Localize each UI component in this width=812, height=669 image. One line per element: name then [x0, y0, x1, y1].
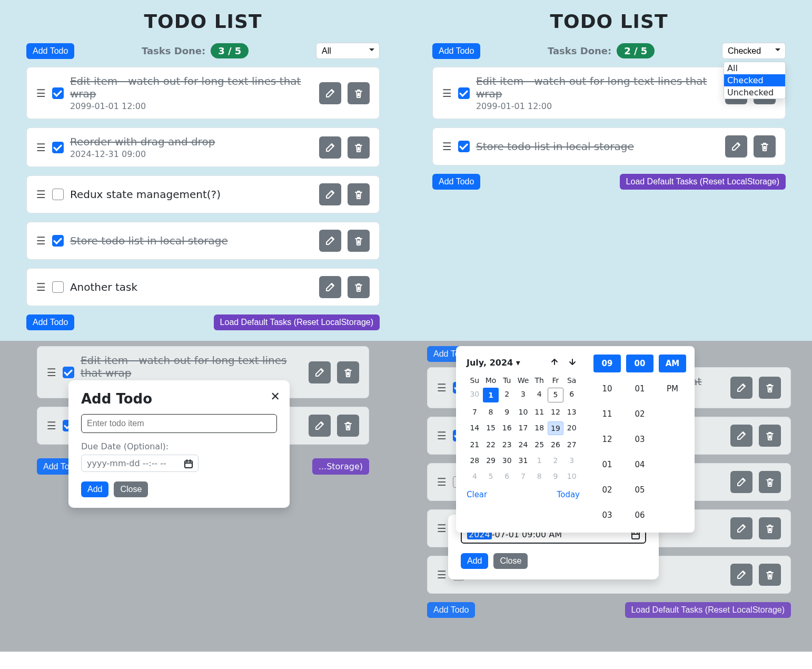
- edit-icon[interactable]: [725, 135, 747, 158]
- calendar-day[interactable]: 1: [531, 454, 548, 467]
- done-checkbox[interactable]: [63, 367, 74, 378]
- calendar-day[interactable]: 14: [467, 421, 483, 435]
- calendar-day[interactable]: 20: [563, 421, 580, 435]
- calendar-day[interactable]: 21: [467, 438, 483, 451]
- reset-button[interactable]: ...Storage): [312, 458, 369, 475]
- calendar-day[interactable]: 22: [483, 438, 499, 451]
- calendar-day[interactable]: 25: [531, 438, 548, 451]
- calendar-day[interactable]: 28: [467, 454, 483, 467]
- drag-handle-icon[interactable]: ☰: [437, 569, 447, 580]
- calendar-day[interactable]: 5: [548, 388, 564, 402]
- done-checkbox[interactable]: [52, 87, 64, 99]
- drag-handle-icon[interactable]: ☰: [437, 477, 447, 487]
- edit-icon[interactable]: [319, 136, 341, 159]
- delete-icon[interactable]: [759, 377, 781, 399]
- delete-icon[interactable]: [759, 425, 781, 447]
- hour-option[interactable]: 12: [593, 430, 621, 448]
- calendar-day[interactable]: 3: [515, 388, 531, 402]
- date-placeholder[interactable]: yyyy-mm-dd --:-- --: [87, 458, 183, 468]
- calendar-day[interactable]: 23: [499, 438, 515, 451]
- calendar-day[interactable]: 10: [563, 470, 580, 483]
- drag-handle-icon[interactable]: ☰: [442, 141, 452, 152]
- calendar-day[interactable]: 3: [563, 454, 580, 467]
- filter-option[interactable]: Checked: [724, 74, 785, 86]
- filter-option[interactable]: All: [724, 62, 785, 74]
- todo-text-input[interactable]: [81, 414, 277, 433]
- done-checkbox[interactable]: [52, 142, 64, 153]
- close-button[interactable]: Close: [114, 481, 148, 497]
- calendar-day[interactable]: 27: [563, 438, 580, 451]
- calendar-day[interactable]: 11: [531, 406, 548, 418]
- calendar-day[interactable]: 15: [483, 421, 499, 435]
- minute-option[interactable]: 01: [626, 380, 653, 398]
- calendar-day[interactable]: 29: [483, 454, 499, 467]
- hour-option[interactable]: 09: [593, 355, 621, 372]
- prev-month-icon[interactable]: [547, 355, 562, 371]
- calendar-day[interactable]: 2: [499, 388, 515, 402]
- close-icon[interactable]: ✕: [271, 390, 280, 403]
- delete-icon[interactable]: [348, 230, 370, 252]
- calendar-day[interactable]: 9: [548, 470, 564, 483]
- drag-handle-icon[interactable]: ☰: [442, 88, 452, 99]
- calendar-day[interactable]: 8: [531, 470, 548, 483]
- reset-button[interactable]: Load Default Tasks (Reset LocalStorage): [214, 314, 380, 330]
- drag-handle-icon[interactable]: ☰: [437, 430, 447, 441]
- drag-handle-icon[interactable]: ☰: [36, 189, 46, 200]
- done-checkbox[interactable]: [458, 87, 470, 99]
- edit-icon[interactable]: [730, 517, 752, 539]
- delete-icon[interactable]: [348, 82, 370, 104]
- calendar-day[interactable]: 30: [467, 388, 483, 402]
- edit-icon[interactable]: [730, 425, 752, 447]
- minute-option[interactable]: 04: [626, 456, 653, 474]
- ampm-option[interactable]: PM: [659, 380, 686, 398]
- calendar-day[interactable]: 10: [515, 406, 531, 418]
- calendar-day[interactable]: 6: [499, 470, 515, 483]
- add-todo-button[interactable]: Add Todo: [427, 602, 475, 618]
- calendar-today[interactable]: Today: [557, 490, 580, 499]
- edit-icon[interactable]: [309, 361, 331, 383]
- calendar-day[interactable]: 9: [499, 406, 515, 418]
- calendar-day[interactable]: 12: [548, 406, 564, 418]
- calendar-day[interactable]: 7: [467, 406, 483, 418]
- delete-icon[interactable]: [348, 136, 370, 159]
- calendar-day[interactable]: 17: [515, 421, 531, 435]
- delete-icon[interactable]: [348, 276, 370, 298]
- minute-option[interactable]: 05: [626, 481, 653, 499]
- drag-handle-icon[interactable]: ☰: [437, 382, 447, 393]
- calendar-day[interactable]: 19: [548, 421, 564, 435]
- hour-option[interactable]: 11: [593, 405, 621, 423]
- edit-icon[interactable]: [730, 564, 752, 586]
- calendar-day[interactable]: 6: [563, 388, 580, 402]
- calendar-day[interactable]: 1: [483, 388, 499, 402]
- filter-option[interactable]: Unchecked: [724, 86, 785, 99]
- calendar-day[interactable]: 8: [483, 406, 499, 418]
- calendar-day[interactable]: 5: [483, 470, 499, 483]
- done-checkbox[interactable]: [52, 189, 64, 200]
- hour-option[interactable]: 01: [593, 456, 621, 474]
- calendar-day[interactable]: 16: [499, 421, 515, 435]
- filter-dropdown-open[interactable]: AllCheckedUnchecked: [724, 62, 786, 99]
- calendar-day[interactable]: 4: [467, 470, 483, 483]
- calendar-clear[interactable]: Clear: [467, 490, 487, 499]
- calendar-day[interactable]: 13: [563, 406, 580, 418]
- drag-handle-icon[interactable]: ☰: [47, 420, 56, 431]
- calendar-icon[interactable]: [183, 459, 193, 468]
- edit-icon[interactable]: [319, 276, 341, 298]
- close-button[interactable]: Close: [493, 553, 528, 569]
- minute-option[interactable]: 00: [626, 355, 653, 372]
- delete-icon[interactable]: [759, 564, 781, 586]
- minute-option[interactable]: 02: [626, 405, 653, 423]
- delete-icon[interactable]: [754, 135, 776, 158]
- edit-icon[interactable]: [730, 377, 752, 399]
- filter-select[interactable]: AllCheckedUnchecked: [316, 43, 380, 59]
- hour-option[interactable]: 02: [593, 481, 621, 499]
- calendar-day[interactable]: 24: [515, 438, 531, 451]
- add-todo-button[interactable]: Add Todo: [432, 43, 480, 59]
- drag-handle-icon[interactable]: ☰: [437, 523, 447, 534]
- delete-icon[interactable]: [348, 183, 370, 205]
- delete-icon[interactable]: [759, 517, 781, 539]
- delete-icon[interactable]: [337, 415, 359, 437]
- drag-handle-icon[interactable]: ☰: [47, 367, 56, 378]
- drag-handle-icon[interactable]: ☰: [36, 282, 46, 292]
- next-month-icon[interactable]: [565, 355, 580, 371]
